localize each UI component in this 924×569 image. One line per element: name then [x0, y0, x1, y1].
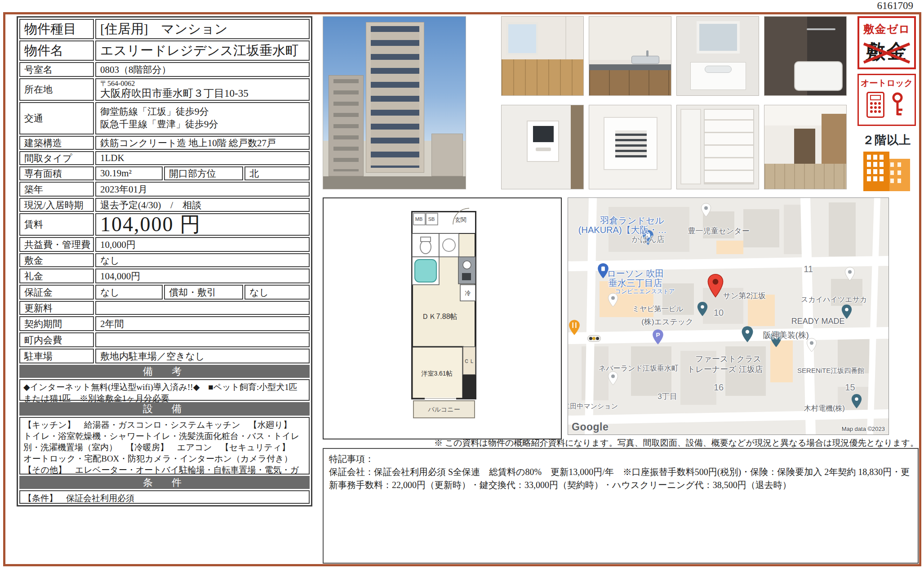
table-row: 号室名 0803（8階部分）	[19, 62, 310, 77]
conditions-text: 【条件】 保証会社利用必須	[19, 490, 310, 504]
row-renewal-value	[95, 301, 310, 315]
row-built-label: 築年	[19, 182, 94, 197]
row-parking-value: 敷地内駐車場／空きなし	[95, 349, 310, 363]
table-row: 建築構造 鉄筋コンクリート造 地上10階 総戸数27戸	[19, 136, 310, 150]
table-row: 物件種目 [住居用] マンション	[19, 19, 310, 39]
map-label-neverland: ネバーランド江坂垂水町	[599, 364, 679, 372]
svg-text:冷: 冷	[465, 290, 471, 296]
svg-text:ＤＫ7.88帖: ＤＫ7.88帖	[422, 313, 457, 320]
remarks-text: ◆インターネット無料(埋込型wifi)導入済み!!◆ ■ペット飼育:小型犬1匹ま…	[19, 379, 310, 401]
row-keymoney-value: 104,000円	[95, 269, 310, 283]
map-label-firstclass1: ファーストクラス	[695, 354, 761, 363]
parking-pin: P	[652, 329, 664, 347]
svg-text:MB: MB	[415, 216, 423, 222]
map-label-sky-heights: スカイハイツエサカ	[801, 296, 867, 304]
map-label-kimura: 木村電機(株)	[804, 404, 845, 412]
table-row: 敷金 なし	[19, 253, 310, 267]
building-right	[431, 134, 463, 176]
row-direction-value: 北	[244, 166, 310, 180]
photo-intercom-monitor	[501, 105, 584, 189]
building-side	[329, 75, 364, 176]
map-label-hakura2: (HAKURA)【大阪・…	[578, 225, 667, 235]
document-number: 6161709	[877, 0, 914, 12]
poi-pin	[608, 293, 618, 309]
map-label-chome: 3丁目	[657, 392, 677, 401]
row-amortization-value: なし	[244, 285, 310, 300]
remarks-header: 備 考	[19, 365, 310, 378]
photo-building-exterior	[323, 16, 466, 189]
property-table: 物件種目 [住居用] マンション 物件名 エスリードレジデンス江坂垂水町 号室名…	[17, 16, 312, 506]
photo-washbasin	[676, 16, 759, 96]
svg-text:玄関: 玄関	[455, 216, 466, 223]
row-area-label: 専有面積	[19, 166, 94, 180]
poi-pin	[844, 267, 855, 283]
svg-text:ＣＬ: ＣＬ	[464, 358, 475, 364]
poi-pin	[701, 203, 711, 219]
equipment-text: 【キッチン】 給湯器・ガスコンロ・システムキッチン 【水廻り】 トイレ・浴室乾燥…	[19, 417, 310, 475]
row-type-value: [住居用] マンション	[95, 19, 310, 39]
photo-bathroom	[764, 16, 847, 96]
row-contract-value: 2年間	[95, 316, 310, 331]
row-contract-label: 契約期間	[19, 316, 94, 331]
map-label-tanaka-mansion: 第二田中マンション	[568, 402, 618, 410]
photo-living-room	[501, 16, 584, 96]
row-address-value: 〒564-0062 大阪府吹田市垂水町３丁目10-35	[95, 78, 310, 101]
special-notes-box: 特記事項： 保証会社：保証会社利用必須 S全保連 総賃料の80% 更新13,00…	[323, 448, 919, 564]
svg-text:SB: SB	[428, 216, 435, 222]
special-notes-body: 保証会社：保証会社利用必須 S全保連 総賃料の80% 更新13,000円/年 ※…	[329, 466, 912, 492]
upper-floor-title: ２階以上	[857, 132, 916, 148]
business-pin	[851, 394, 862, 411]
map-label-miyabi: ミヤビ第一ビル	[632, 305, 684, 313]
photo-hallway	[764, 105, 847, 189]
row-room-value: 0803（8階部分）	[95, 62, 310, 77]
map-label-jido-center: 豊一児童センター	[688, 227, 750, 236]
table-row: 町内会費	[19, 332, 310, 347]
photo-grid	[501, 16, 848, 189]
map-label-lawson3: コンビニエンスストア	[615, 288, 675, 295]
row-structure-label: 建築構造	[19, 136, 94, 150]
row-guarantee-value: なし	[95, 285, 163, 300]
row-built-value: 2023年01月	[95, 182, 310, 197]
row-rent-label: 賃料	[19, 213, 94, 236]
map-label-firstclass2: トレーナーズ 江坂店	[687, 365, 763, 374]
business-pin	[741, 326, 754, 345]
floor-plan-drawing: バルコニー MB SB 玄関 冷	[324, 198, 561, 439]
map-block-number: 11	[804, 264, 813, 274]
no-deposit-title: 敷金ゼロ	[859, 22, 914, 36]
photo-shoe-cabinet	[676, 105, 759, 189]
row-status-label: 現況/入居時期	[19, 198, 94, 212]
row-fees-value: 10,000円	[95, 237, 310, 252]
struck-deposit-text: 敷金	[866, 38, 908, 65]
table-row: 駐車場 敷地内駐車場／空きなし	[19, 349, 310, 363]
property-flyer: 6161709 物件種目 [住居用] マンション 物件名 エスリードレジデンス江…	[0, 0, 924, 569]
row-direction-label: 開口部方位	[164, 166, 243, 180]
equipment-header: 設 備	[19, 402, 310, 416]
map-label-estech: (株)エステック	[641, 318, 693, 327]
table-row: 共益費・管理費 10,000円	[19, 237, 310, 252]
row-access-label: 交通	[19, 102, 94, 134]
access-line-2: 阪急千里線「豊津」徒歩9分	[100, 118, 218, 130]
badge-upper-floor: ２階以上	[857, 131, 916, 189]
access-line-1: 御堂筋線「江坂」徒歩9分	[100, 105, 209, 118]
table-row: 交通 御堂筋線「江坂」徒歩9分 阪急千里線「豊津」徒歩9分	[19, 102, 310, 134]
street-ground	[323, 176, 466, 189]
key-icon	[888, 92, 907, 118]
table-row: 保証金 なし 償却・敷引 なし	[19, 285, 310, 300]
map-label-serenite: SERENiTE江坂四番館	[797, 367, 864, 374]
intercom-panel-icon	[866, 92, 884, 118]
map-label-san2: サン第2江坂	[723, 292, 766, 301]
row-parking-label: 駐車場	[19, 349, 94, 363]
address-text: 大阪府吹田市垂水町３丁目10-35	[100, 88, 249, 99]
table-row: 専有面積 30.19m² 開口部方位 北	[19, 166, 310, 180]
building-icon	[860, 150, 914, 191]
row-keymoney-label: 礼金	[19, 269, 94, 283]
map-label-hakura: 羽倉ランドセル	[600, 215, 664, 225]
row-amortization-label: 償却・敷引	[164, 285, 243, 300]
row-address-label: 所在地	[19, 78, 94, 101]
map-block-number: 10	[714, 308, 724, 318]
location-map: P 羽倉ランドセル (HAKURA)【大阪・… かばん店 豊一児童センター 11…	[568, 197, 889, 435]
table-row: 現況/入居時期 退去予定(4/30) / 相談	[19, 198, 310, 212]
poi-pin	[608, 371, 618, 387]
row-room-label: 号室名	[19, 62, 94, 77]
conditions-header: 条 件	[19, 476, 310, 489]
